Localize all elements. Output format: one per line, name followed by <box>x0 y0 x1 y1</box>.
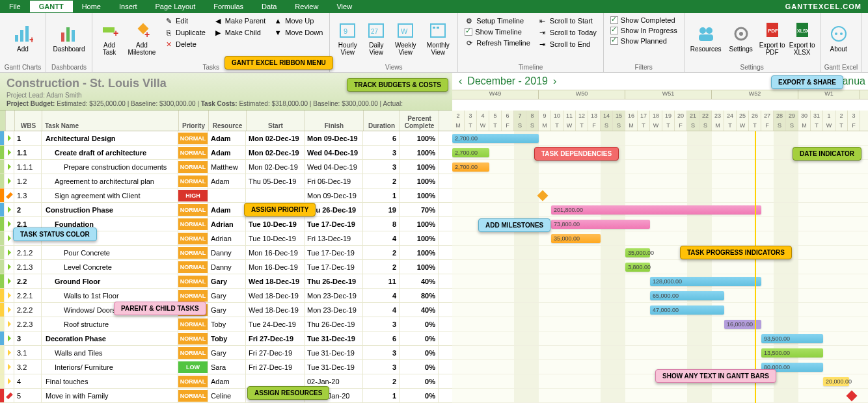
finish-cell[interactable]: Mon 23-Dec-19 <box>305 303 363 317</box>
start-cell[interactable]: Fri 27-Dec-19 <box>246 346 305 359</box>
gantt-bar[interactable]: 93,500.00 <box>761 334 823 343</box>
task-row[interactable]: 5Move in with FamilyNORMALCelineFri 03-J… <box>0 389 452 403</box>
col-wbs[interactable]: WBS <box>15 110 42 131</box>
taskname-cell[interactable]: Agreement to architectural plan <box>42 174 178 188</box>
finish-cell[interactable]: Fri 06-Dec-19 <box>305 174 363 188</box>
resources-button[interactable]: Resources <box>688 16 724 60</box>
duration-cell[interactable]: 2 <box>363 246 400 259</box>
taskname-cell[interactable]: Construction Phase <box>42 203 178 216</box>
finish-cell[interactable]: Wed 04-Dec-19 <box>305 146 363 159</box>
percent-cell[interactable]: 40% <box>400 303 439 317</box>
finish-cell[interactable]: Thu 26-Dec-19 <box>305 274 363 288</box>
duration-cell[interactable]: 2 <box>363 260 400 274</box>
gantt-bar[interactable]: 2,700.00 <box>452 148 489 157</box>
finish-cell[interactable]: Thu 26-Dec-19 <box>305 317 363 331</box>
scroll-today-button[interactable]: ⇥Scroll to Today <box>536 27 599 38</box>
task-row[interactable]: 2.2.2Windows/ DoorsNORMALGaryWed 18-Dec-… <box>0 303 452 317</box>
duration-cell[interactable]: 3 <box>363 160 400 174</box>
gantt-row[interactable]: 65,000.00 <box>452 289 868 303</box>
task-row[interactable]: 1.1Create draft of architectureNORMALAda… <box>0 146 452 160</box>
menu-tab-home[interactable]: Home <box>73 1 110 12</box>
percent-cell[interactable]: 100% <box>400 231 439 245</box>
task-row[interactable]: 1Architectural DesignNORMALAdamMon 02-De… <box>0 131 452 146</box>
priority-badge[interactable]: NORMAL <box>178 347 208 359</box>
finish-cell[interactable]: Mon 23-Dec-19 <box>305 289 363 302</box>
duration-cell[interactable]: 2 <box>363 374 400 388</box>
gantt-bar[interactable]: 47,000.00 <box>650 306 724 315</box>
menu-tab-file[interactable]: File <box>0 1 30 12</box>
resource-cell[interactable]: Gary <box>208 274 246 288</box>
taskname-cell[interactable]: Architectural Design <box>42 131 178 145</box>
resource-cell[interactable]: Danny <box>208 246 246 259</box>
resource-cell[interactable]: Matthew <box>208 160 246 174</box>
duration-cell[interactable]: 3 <box>363 360 400 374</box>
gantt-row[interactable]: 35,000.00 <box>452 231 868 246</box>
percent-cell[interactable]: 70% <box>400 203 439 216</box>
export-pdf-button[interactable]: PDFExport to PDF <box>759 16 786 60</box>
move-down-button[interactable]: ▼Move Down <box>271 27 325 38</box>
gantt-bar[interactable]: 35,000.00 <box>625 248 650 257</box>
duration-cell[interactable]: 4 <box>363 231 400 245</box>
percent-cell[interactable]: 0% <box>400 389 439 402</box>
col-finish[interactable]: Finish <box>305 110 364 131</box>
gantt-row[interactable]: 2,700.00 <box>452 160 868 174</box>
start-cell[interactable]: Mon 02-Dec-19 <box>246 146 305 159</box>
priority-badge[interactable]: NORMAL <box>178 147 208 159</box>
duration-cell[interactable]: 8 <box>363 217 400 231</box>
percent-cell[interactable]: 100% <box>400 174 439 188</box>
percent-cell[interactable]: 100% <box>400 246 439 259</box>
gantt-row[interactable]: 2,700.00 <box>452 131 868 146</box>
gantt-row[interactable] <box>452 174 868 188</box>
finish-cell[interactable]: Tue 17-Dec-19 <box>305 260 363 274</box>
taskname-cell[interactable]: Roof structure <box>42 317 178 331</box>
next-month-button[interactable]: › <box>553 75 556 87</box>
col-percent[interactable]: Percent Complete <box>400 110 439 131</box>
start-cell[interactable]: Mon 16-Dec-19 <box>246 260 305 274</box>
resource-cell[interactable]: Gary <box>208 303 246 317</box>
gantt-row[interactable]: 47,000.00 <box>452 303 868 317</box>
start-cell[interactable] <box>246 188 305 202</box>
priority-badge[interactable]: NORMAL <box>178 390 208 402</box>
gantt-chart[interactable]: 2M3T4W5T6F7S8S9M10T11W12T13F14S15S16M17T… <box>452 110 868 403</box>
finish-cell[interactable]: Wed 04-Dec-19 <box>305 160 363 174</box>
taskname-cell[interactable]: Move in with Family <box>42 389 178 402</box>
duration-cell[interactable]: 3 <box>363 346 400 359</box>
resource-cell[interactable]: Gary <box>208 289 246 302</box>
percent-cell[interactable]: 0% <box>400 317 439 331</box>
edit-button[interactable]: ✎Edit <box>161 16 208 26</box>
add-task-button[interactable]: + Add Task <box>96 16 122 60</box>
percent-cell[interactable]: 40% <box>400 274 439 288</box>
priority-badge[interactable]: NORMAL <box>178 204 208 216</box>
priority-badge[interactable]: NORMAL <box>178 218 208 230</box>
gantt-row[interactable] <box>452 188 868 203</box>
task-row[interactable]: 4Final touchesNORMALAdam02-Jan-2020% <box>0 374 452 389</box>
gantt-row[interactable]: 201,800.00 <box>452 203 868 217</box>
percent-cell[interactable]: 0% <box>400 332 439 345</box>
resource-cell[interactable]: Adam <box>208 203 246 216</box>
menu-tab-data[interactable]: Data <box>252 1 286 12</box>
taskname-cell[interactable]: Prepare construction documents <box>42 160 178 174</box>
gantt-row[interactable]: 35,000.00 <box>452 246 868 260</box>
gantt-bar[interactable]: 201,800.00 <box>551 205 761 214</box>
weekly-view-button[interactable]: WWeekly View <box>391 16 420 60</box>
taskname-cell[interactable]: Create draft of architecture <box>42 146 178 159</box>
priority-badge[interactable]: NORMAL <box>178 233 208 244</box>
menu-tab-gantt[interactable]: GANTT <box>30 1 73 12</box>
gantt-row[interactable]: 93,500.00 <box>452 332 868 346</box>
percent-cell[interactable]: 0% <box>400 374 439 388</box>
resource-cell[interactable]: Adam <box>208 374 246 388</box>
priority-badge[interactable]: NORMAL <box>178 176 208 187</box>
menu-tab-review[interactable]: Review <box>286 1 327 12</box>
scroll-start-button[interactable]: ⇤Scroll to Start <box>536 16 599 26</box>
gantt-row[interactable] <box>452 389 868 403</box>
col-task[interactable]: Task Name <box>42 110 179 131</box>
delete-button[interactable]: ✕Delete <box>161 39 208 49</box>
resource-cell[interactable]: Adam <box>208 131 246 145</box>
setup-timeline-button[interactable]: ⚙Setup Timeline <box>462 16 533 26</box>
gantt-row[interactable]: 16,000.00 <box>452 317 868 332</box>
gantt-bar[interactable]: 35,000.00 <box>551 234 601 243</box>
start-cell[interactable]: Tue 10-Dec-19 <box>246 231 305 245</box>
gantt-bar[interactable]: 20,000.00 <box>823 377 849 386</box>
gantt-row[interactable]: 128,000.00 <box>452 274 868 289</box>
finish-cell[interactable]: Tue 31-Dec-19 <box>305 332 363 345</box>
